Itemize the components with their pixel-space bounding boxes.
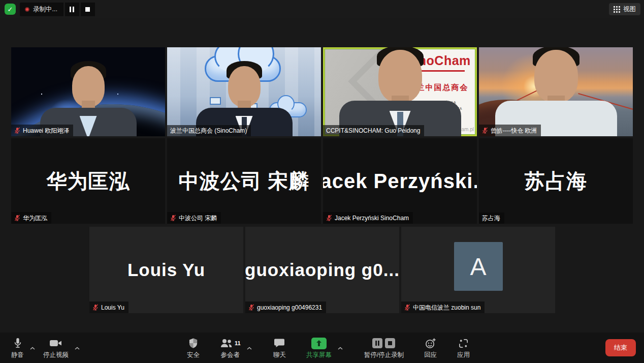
security-button[interactable]: 安全 — [187, 337, 200, 358]
participant-tile-sinocham-cloud[interactable]: 波兰中国总商会 (SinoCham) — [167, 47, 321, 136]
avatar: A — [454, 242, 503, 291]
video-options-chevron[interactable] — [74, 342, 81, 353]
muted-mic-icon — [92, 304, 99, 311]
reactions-button[interactable]: 回应 — [424, 337, 437, 358]
video-row-1: Huawei 欧阳翊泽 波兰中国总商会 (SinoCham) SinoCham — [11, 47, 633, 136]
share-options-chevron[interactable] — [337, 342, 344, 353]
participants-options-chevron[interactable] — [246, 342, 253, 353]
participant-name: 华为匡泓 — [23, 215, 47, 221]
stop-icon — [85, 7, 90, 12]
mute-label: 静音 — [11, 352, 24, 358]
muted-mic-icon — [326, 215, 332, 221]
virtual-background-earth — [11, 47, 165, 136]
stop-video-label: 停止视频 — [43, 352, 69, 358]
chat-label: 聊天 — [273, 352, 286, 358]
display-name-large: guoxiaoping g0... — [245, 227, 399, 313]
recording-indicator: 录制中... — [20, 3, 95, 16]
chat-bubble-icon — [274, 337, 285, 349]
display-name-large: 苏占海 — [479, 138, 633, 224]
virtual-background-bridge — [479, 47, 633, 136]
record-dot-icon — [25, 7, 29, 12]
top-bar: ✓ 录制中... 视图 — [0, 0, 644, 18]
name-tag: 曾皓----快仓 欧洲 — [479, 125, 541, 136]
share-screen-icon — [311, 338, 327, 349]
name-tag: 华为匡泓 — [11, 212, 51, 224]
mute-options-chevron[interactable] — [29, 342, 36, 353]
muted-mic-icon — [248, 304, 254, 311]
pause-stop-recording-button[interactable]: 暂停/停止录制 — [364, 337, 404, 358]
video-row-3: Louis Yu Louis Yu guoxiaoping g0... guox… — [89, 227, 555, 313]
participants-count-badge: 11 — [235, 341, 241, 346]
name-tag: 中国电信波兰 zuobin sun — [401, 301, 485, 313]
meeting-toolbar: 静音 停止视频 — [0, 332, 644, 363]
participant-tile-zenghao[interactable]: 曾皓----快仓 欧洲 — [479, 47, 633, 136]
virtual-background-cloud — [167, 47, 321, 136]
share-screen-button[interactable]: 共享屏幕 — [306, 337, 332, 358]
grid-view-icon — [614, 6, 620, 13]
name-tag: Huawei 欧阳翊泽 — [11, 125, 73, 136]
participant-name: Huawei 欧阳翊泽 — [23, 128, 69, 134]
participant-tile-huawei-kuanghong[interactable]: 华为匡泓 华为匡泓 — [11, 138, 165, 224]
name-tag: Jacek Perzyński SinoCham — [323, 212, 413, 224]
participant-name: Louis Yu — [101, 305, 124, 311]
office-background: SinoCham 波兰中国总商会 POLSKO-CHIŃSKANA IZBA G… — [323, 47, 477, 136]
view-button[interactable]: 视图 — [609, 3, 640, 15]
participant-tile-guo-peidong-active-speaker[interactable]: SinoCham 波兰中国总商会 POLSKO-CHIŃSKANA IZBA G… — [323, 47, 477, 136]
pause-icon — [70, 7, 74, 12]
participant-name: 中波公司 宋麟 — [179, 215, 217, 221]
participant-tile-suzhanhai[interactable]: 苏占海 苏占海 — [479, 138, 633, 224]
pause-recording-icon — [372, 338, 382, 348]
security-shield-icon — [188, 337, 198, 349]
end-meeting-button[interactable]: 结束 — [605, 339, 636, 356]
name-tag: 波兰中国总商会 (SinoCham) — [167, 125, 251, 136]
participant-name: 波兰中国总商会 (SinoCham) — [170, 128, 247, 134]
mute-button[interactable]: 静音 — [11, 337, 24, 358]
chat-button[interactable]: 聊天 — [273, 337, 286, 358]
participant-tile-louis-yu[interactable]: Louis Yu Louis Yu — [89, 227, 243, 313]
participants-icon — [220, 337, 233, 349]
record-control-label: 暂停/停止录制 — [364, 352, 404, 358]
pause-recording-button[interactable] — [65, 3, 79, 16]
recording-status: 录制中... — [20, 3, 63, 16]
zoom-meeting-window: ✓ 录制中... 视图 — [0, 0, 644, 363]
apps-icon — [458, 337, 469, 349]
name-tag: Louis Yu — [89, 301, 128, 313]
display-name-large: 中波公司 宋麟 — [167, 138, 321, 224]
participant-name: 中国电信波兰 zuobin sun — [413, 305, 480, 311]
reactions-smiley-icon — [425, 337, 436, 349]
muted-mic-icon — [14, 215, 20, 221]
microphone-icon — [13, 337, 23, 349]
muted-mic-icon — [482, 127, 488, 134]
video-camera-icon — [49, 337, 62, 349]
display-name-large: Louis Yu — [89, 227, 243, 313]
security-label: 安全 — [187, 352, 200, 358]
muted-mic-icon — [170, 215, 176, 221]
participant-tile-zhongbo-songlin[interactable]: 中波公司 宋麟 中波公司 宋麟 — [167, 138, 321, 224]
participant-name: CCPIT&SINOCHAM: Guo Peidong — [326, 128, 420, 134]
stop-video-button[interactable]: 停止视频 — [43, 337, 69, 358]
participant-name: 苏占海 — [482, 215, 500, 221]
name-tag: 中波公司 宋麟 — [167, 212, 221, 224]
stop-recording-icon — [385, 338, 395, 348]
participants-label: 参会者 — [221, 352, 240, 358]
participants-button[interactable]: 11 参会者 — [220, 337, 241, 358]
participant-tile-jacek-perzynski[interactable]: Jacek Perzyński... Jacek Perzyński SinoC… — [323, 138, 477, 224]
participant-tile-guoxiaoping[interactable]: guoxiaoping g0... guoxiaoping g00496231 — [245, 227, 399, 313]
muted-mic-icon — [404, 304, 410, 311]
apps-button[interactable]: 应用 — [457, 337, 470, 358]
participant-name: guoxiaoping g00496231 — [257, 305, 322, 311]
video-row-2: 华为匡泓 华为匡泓 中波公司 宋麟 中波公司 宋麟 Jacek Perzyńsk… — [11, 138, 633, 224]
stop-recording-button[interactable] — [81, 3, 95, 16]
avatar-letter: A — [470, 253, 486, 281]
display-name-large: Jacek Perzyński... — [323, 138, 477, 224]
meeting-security-shield-icon[interactable]: ✓ — [5, 4, 16, 15]
share-screen-label: 共享屏幕 — [306, 352, 332, 358]
view-label: 视图 — [623, 5, 636, 14]
participant-tile-huawei-ouyang[interactable]: Huawei 欧阳翊泽 — [11, 47, 165, 136]
recording-label: 录制中... — [33, 5, 57, 14]
apps-label: 应用 — [457, 352, 470, 358]
display-name-large: 华为匡泓 — [11, 138, 165, 224]
reactions-label: 回应 — [424, 352, 437, 358]
participant-tile-zuobin-sun[interactable]: A 中国电信波兰 zuobin sun — [401, 227, 555, 313]
participant-name: Jacek Perzyński SinoCham — [335, 215, 409, 221]
